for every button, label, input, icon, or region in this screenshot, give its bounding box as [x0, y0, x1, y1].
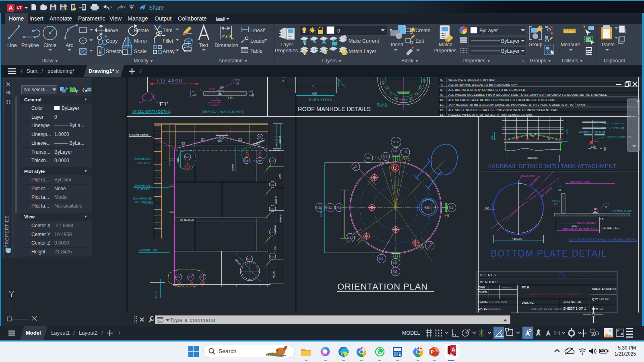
svg-text:8.: 8. [440, 88, 443, 92]
svg-text:WELDING STANDER ;- API 650: WELDING STANDER ;- API 650 [448, 78, 495, 82]
svg-text:6.: 6. [440, 78, 443, 82]
svg-text:SHEET 1 OF 1: SHEET 1 OF 1 [563, 306, 586, 311]
svg-text:450.00: 450.00 [275, 138, 278, 146]
svg-text:4600 I/D OF TANK: 4600 I/D OF TANK [569, 180, 590, 183]
svg-text:knuckle radius: knuckle radius [129, 133, 149, 136]
svg-text:CHK'D: CHK'D [479, 291, 487, 294]
svg-text:ROOF MANHOLE DETAILS: ROOF MANHOLE DETAILS [298, 106, 371, 112]
svg-text:Array: Array [163, 49, 175, 54]
svg-text:1200.00: 1200.00 [274, 225, 277, 234]
svg-text:ALL SS PARTS WILL BE BUFFED PO: ALL SS PARTS WILL BE BUFFED POLISHED FRO… [448, 98, 556, 102]
svg-text:FLATBAR: FLATBAR [137, 161, 150, 165]
svg-text:N11: N11 [326, 206, 332, 210]
svg-text:ALL INTERNAL WELDS TO BE ROUND: ALL INTERNAL WELDS TO BE ROUNDED OFF [448, 83, 518, 86]
svg-text:13.: 13. [440, 113, 444, 117]
svg-text:BOTTOM PLATE TO SHELL JOINTWEL: BOTTOM PLATE TO SHELL JOINTWELD DETAIL [569, 238, 636, 241]
svg-text:ID 4600.00: ID 4600.00 [180, 218, 194, 221]
svg-text:600: 600 [312, 92, 317, 95]
svg-text:DWG. NO.: DWG. NO. [522, 301, 534, 304]
svg-text:OD. 4800.00: OD. 4800.00 [540, 186, 553, 198]
svg-text:Create: Create [415, 28, 431, 33]
svg-text:1200: 1200 [274, 246, 277, 252]
svg-text:Leader: Leader [250, 38, 266, 44]
svg-text:6700.00: 6700.00 [279, 214, 282, 222]
svg-text:DIA 20MM MS: DIA 20MM MS [133, 197, 152, 200]
svg-text:700.00: 700.00 [272, 271, 275, 279]
svg-text:Edit: Edit [415, 38, 424, 44]
svg-text:1200.00: 1200.00 [275, 195, 277, 204]
svg-text:M1: M1 [247, 258, 251, 261]
svg-text:Copy: Copy [106, 38, 118, 44]
svg-text:‘E1’: ‘E1’ [159, 101, 168, 107]
svg-text:2.5: 2.5 [599, 217, 603, 221]
svg-text:REV :- 0: REV :- 0 [592, 308, 603, 311]
svg-text:M1: M1 [336, 206, 341, 210]
svg-text:LADDER - MS: LADDER - MS [138, 249, 157, 252]
svg-text:N9: N9 [379, 257, 383, 261]
svg-text:Insert: Insert [391, 42, 404, 47]
svg-text:2.5: 2.5 [228, 97, 231, 100]
svg-text:N14: N14 [392, 140, 399, 144]
svg-text:JOB NO. 18: JOB NO. 18 [564, 300, 581, 304]
svg-text:ALL WELDS ACCESIBLE FROM SECON: ALL WELDS ACCESIBLE FROM SECOND SIDE TO … [448, 93, 607, 97]
svg-text:Group: Group [528, 42, 543, 47]
svg-text:SCALE AS STATED: SCALE AS STATED [592, 288, 617, 290]
svg-text:4600.00: 4600.00 [527, 156, 537, 159]
svg-text:PLAN: PLAN [377, 103, 388, 107]
svg-text:1000: 1000 [279, 174, 281, 179]
svg-text:ALL SHELL NOZZLE SHALL BE PROV: ALL SHELL NOZZLE SHALL BE PROVIDED WITH … [448, 108, 558, 112]
svg-text:Move: Move [106, 28, 118, 33]
svg-text:DATED 28/05/2017: DATED 28/05/2017 [479, 307, 502, 310]
svg-text:50x5MM MS: 50x5MM MS [134, 184, 151, 187]
svg-text:150°: 150° [529, 135, 535, 138]
svg-text:Stretch: Stretch [106, 49, 122, 54]
svg-text:Line: Line [7, 43, 17, 48]
svg-text:650: 650 [491, 135, 493, 140]
svg-text:12.: 12. [440, 108, 444, 112]
svg-text:1:1: 1:1 [553, 331, 560, 336]
svg-text:N4: N4 [383, 154, 387, 158]
svg-text:90: 90 [485, 206, 489, 209]
svg-text:Dimension: Dimension [215, 43, 238, 48]
svg-text:A: A [452, 346, 456, 353]
svg-text:Table: Table [250, 48, 262, 54]
svg-text:QTY :- 01 NO: QTY :- 01 NO [592, 298, 610, 301]
svg-text:2D: 2D [635, 114, 640, 118]
svg-text:1200: 1200 [566, 129, 568, 134]
svg-text:1393: 1393 [572, 224, 578, 227]
svg-text:(VERTICAL WELD JOINTS): (VERTICAL WELD JOINTS) [202, 110, 244, 114]
svg-text:BACKCHIP: BACKCHIP [208, 101, 221, 104]
svg-text:DIA 20: DIA 20 [235, 259, 242, 266]
svg-text:I.D 4600: I.D 4600 [157, 78, 183, 84]
svg-text:200.00: 200.00 [231, 164, 234, 171]
svg-text:WELD JOINT: WELD JOINT [521, 175, 536, 177]
svg-text:DWN: DWN [479, 286, 485, 289]
svg-text:60: 60 [282, 80, 285, 82]
svg-text:P: P [431, 350, 434, 354]
svg-text:1200.00: 1200.00 [279, 136, 281, 144]
svg-text:Linear: Linear [250, 28, 264, 33]
svg-text:N6: N6 [258, 159, 261, 162]
svg-text:NOZZLE PIPES ARE OF SA 312 TP: NOZZLE PIPES ARE OF SA 312 TP 304 SEAMLE… [448, 113, 533, 117]
svg-text:Polyline: Polyline [21, 43, 39, 48]
svg-text:Match: Match [439, 42, 452, 47]
svg-text:CLIENT :-: CLIENT :- [480, 273, 496, 277]
svg-text:50x9MM MS: 50x9MM MS [134, 157, 151, 161]
svg-text:N8: N8 [365, 156, 370, 160]
svg-text:N1: N1 [200, 276, 204, 279]
svg-text:Circle: Circle [43, 43, 56, 48]
svg-text:(TYP): (TYP) [233, 79, 240, 81]
svg-text:600: 600 [177, 158, 179, 162]
svg-text:BACKCHIP&WELD: BACKCHIP&WELD [577, 222, 596, 224]
svg-text:ELEVATION: ELEVATION [309, 98, 333, 102]
svg-text:Layer: Layer [281, 42, 293, 47]
svg-text:N17: N17 [270, 207, 275, 210]
svg-text:(TYP): (TYP) [209, 88, 215, 90]
svg-text:4800.00: 4800.00 [512, 237, 522, 240]
svg-text:Ø2": Ø2" [405, 148, 408, 153]
svg-text:Text: Text [199, 43, 208, 48]
svg-text:Properties: Properties [433, 48, 456, 53]
svg-text:Mirror: Mirror [134, 38, 147, 44]
svg-text:Match Layer: Match Layer [349, 49, 376, 54]
svg-text:0: 0 [337, 28, 340, 34]
